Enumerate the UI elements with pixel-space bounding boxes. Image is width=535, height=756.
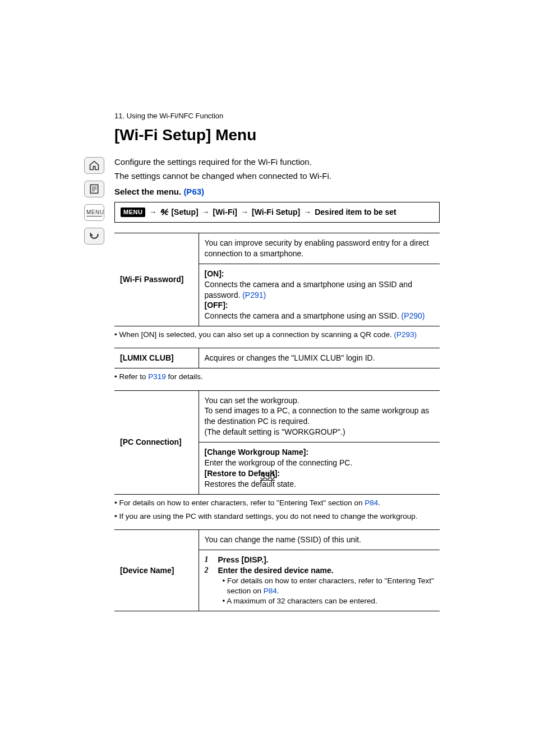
pc-desc-3: (The default setting is "WORKGROUP".) [205,427,435,437]
page-title: [Wi-Fi Setup] Menu [114,125,440,146]
pc-note-1-prefix: • For details on how to enter characters… [114,499,365,507]
device-name-steps: 1 2 Press [DISP.]. Enter the desired dev… [199,550,440,611]
step-1-text: Press [DISP.]. [218,555,269,564]
arrow-icon: → [241,207,248,218]
select-menu-link[interactable]: (P63) [183,187,204,196]
back-icon [89,231,100,242]
menu-chip: MENU [121,208,145,217]
device-name-table: [Device Name] You can change the name (S… [114,529,440,611]
nav-home-button[interactable] [84,157,104,174]
note-link[interactable]: (P293) [394,330,417,339]
wifi-password-label: [Wi-Fi Password] [114,233,199,326]
nav-menu-label: MENU [86,209,102,217]
on-text: Connects the camera and a smartphone usi… [205,280,412,299]
path-seg-setup: [Setup] [171,207,198,218]
intro-line-2: The settings cannot be changed when conn… [114,170,440,182]
pc-desc-1: You can set the workgroup. [205,395,435,406]
path-seg-desired: Desired item to be set [315,207,396,218]
note-link[interactable]: P319 [148,372,166,381]
lumix-club-desc: Acquires or changes the "LUMIX CLUB" log… [199,348,440,368]
pc-desc-2: To send images to a PC, a connection to … [205,405,435,427]
select-menu-line: Select the menu. (P63) [114,186,440,197]
page-number[interactable]: 330 [0,471,535,483]
step-2-text: Enter the desired device name. [218,566,334,575]
wifi-password-desc: You can improve security by enabling pas… [199,233,440,264]
wifi-password-table: [Wi-Fi Password] You can improve securit… [114,233,440,326]
wifi-password-options: [ON]: Connects the camera and a smartpho… [199,264,440,326]
off-link[interactable]: (P290) [401,311,425,320]
path-seg-wifisetup: [Wi-Fi Setup] [252,207,300,218]
pc-connection-options: [Change Workgroup Name]: Enter the workg… [199,442,440,495]
nav-back-button[interactable] [84,228,104,245]
home-icon [89,160,100,171]
device-name-label: [Device Name] [114,530,199,611]
off-label: [OFF]: [205,301,228,310]
select-menu-text: Select the menu. [114,187,183,196]
arrow-icon: → [303,207,311,218]
document-icon [89,183,100,195]
change-wg-text: Enter the workgroup of the connecting PC… [205,458,435,468]
pc-connection-desc: You can set the workgroup. To send image… [199,390,440,442]
intro-line-1: Configure the settings required for the … [114,156,440,168]
off-text: Connects the camera and a smartphone usi… [205,311,402,320]
step-num-2: 2 [205,565,213,576]
arrow-icon: → [149,207,156,218]
wrench-icon: ℀ [160,207,168,218]
device-name-desc: You can change the name (SSID) of this u… [199,530,440,550]
note-prefix: • Refer to [114,372,148,381]
nav-document-button[interactable] [84,181,104,197]
lumix-club-table: [LUMIX CLUB] Acquires or changes the "LU… [114,348,440,368]
sub1-prefix: • For details on how to enter characters… [223,577,434,595]
step-2-sub-2: • A maximum of 32 characters can be ente… [223,596,435,606]
menu-path-box: MENU → ℀ [Setup] → [Wi-Fi] → [Wi-Fi Setu… [114,202,440,223]
step-2-sub-1: • For details on how to enter characters… [223,576,435,596]
change-wg-label: [Change Workgroup Name]: [205,448,309,457]
pc-note-1-suffix: . [378,499,380,507]
sub1-link[interactable]: P84 [264,587,277,595]
step-num-1: 1 [205,555,213,565]
lumix-club-note: • Refer to P319 for details. [114,372,440,382]
sub1-suffix: . [277,587,279,595]
nav-menu-button[interactable]: MENU [84,204,104,221]
note-text: • When [ON] is selected, you can also se… [114,330,394,339]
arrow-icon: → [202,207,210,218]
lumix-club-label: [LUMIX CLUB] [114,348,199,368]
pc-note-1-link[interactable]: P84 [365,499,378,507]
on-link[interactable]: (P291) [242,291,266,299]
path-seg-wifi: [Wi-Fi] [213,207,237,218]
on-label: [ON]: [205,269,224,278]
pc-note-2: • If you are using the PC with standard … [114,511,440,522]
note-suffix: for details. [166,372,203,381]
pc-note-1: • For details on how to enter characters… [114,498,440,508]
wifi-password-note: • When [ON] is selected, you can also se… [114,330,440,340]
chapter-heading: 11. Using the Wi-Fi/NFC Function [114,111,440,121]
